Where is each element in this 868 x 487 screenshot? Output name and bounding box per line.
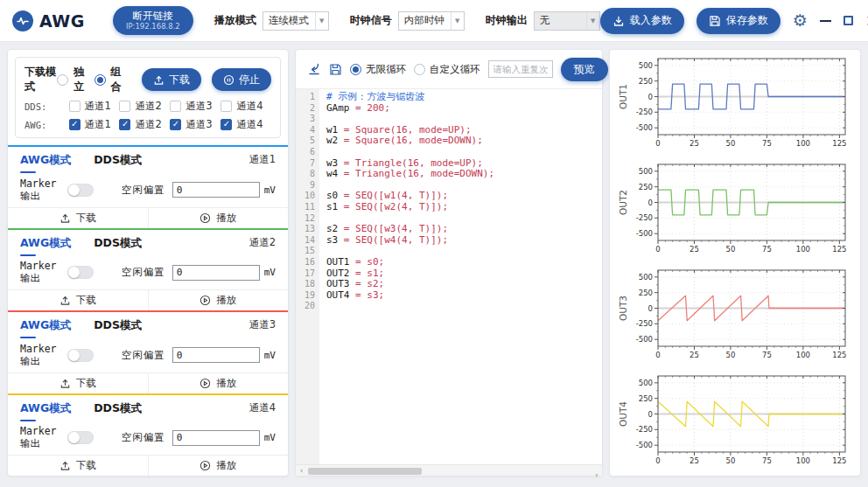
checkbox-label: 通道4 xyxy=(236,118,262,131)
svg-text:75: 75 xyxy=(762,139,772,148)
app-logo: AWG xyxy=(12,10,85,31)
svg-text:0: 0 xyxy=(655,456,660,465)
plot-out2: 0255075100125-500-2500250500OUT2 xyxy=(617,160,853,266)
svg-text:100: 100 xyxy=(796,456,810,465)
svg-text:125: 125 xyxy=(832,139,846,148)
tab-dds-mode[interactable]: DDS模式 xyxy=(94,401,142,416)
channel-play-button[interactable]: 播放 xyxy=(149,373,289,393)
marker-toggle[interactable] xyxy=(67,184,94,197)
dds-channel-1-checkbox[interactable]: 通道1 xyxy=(69,100,120,113)
awg-channel-4-checkbox[interactable]: 通道4 xyxy=(220,118,271,131)
radio-independent[interactable]: 独立 xyxy=(57,65,94,94)
tab-dds-mode[interactable]: DDS模式 xyxy=(94,153,142,168)
marker-toggle[interactable] xyxy=(67,349,94,362)
svg-text:50: 50 xyxy=(725,245,735,254)
play-mode-group: 播放模式 连续模式 ▼ xyxy=(214,11,329,31)
disconnect-button[interactable]: 断开链接 IP:192.168.8.2 xyxy=(113,6,193,36)
svg-text:75: 75 xyxy=(762,245,772,254)
scroll-right-arrow[interactable]: › xyxy=(588,465,602,485)
svg-text:25: 25 xyxy=(690,139,699,148)
checkbox-icon xyxy=(220,119,232,130)
dds-channel-3-checkbox[interactable]: 通道3 xyxy=(170,100,220,113)
tab-awg-mode[interactable]: AWG模式 xyxy=(20,236,71,256)
tab-awg-mode[interactable]: AWG模式 xyxy=(20,401,71,421)
scroll-left-arrow[interactable]: ‹ xyxy=(296,465,307,477)
channel-control-card: 下载模式 独立 组合 下载 停止 DDS: xyxy=(7,49,289,477)
play-mode-select[interactable]: 连续模式 ▼ xyxy=(262,11,329,31)
radio-combined[interactable]: 组合 xyxy=(94,65,131,94)
idle-offset-input[interactable] xyxy=(172,430,260,446)
svg-text:125: 125 xyxy=(832,351,846,359)
tab-dds-mode[interactable]: DDS模式 xyxy=(94,236,142,251)
svg-text:OUT4: OUT4 xyxy=(618,401,628,427)
svg-text:-250: -250 xyxy=(636,213,653,222)
checkbox-label: 通道2 xyxy=(135,100,161,113)
svg-text:25: 25 xyxy=(690,351,699,359)
code-editor[interactable]: 1234567891011121314151617181920 # 示例：方波与… xyxy=(296,89,602,464)
plot-out1: 0255075100125-500-2500250500OUT1 xyxy=(617,54,853,160)
tab-awg-mode[interactable]: AWG模式 xyxy=(20,318,71,338)
channel-download-button[interactable]: 下载 xyxy=(8,290,149,310)
editor-code[interactable]: # 示例：方波与锯齿波GAmp = 200; w1 = Square(16, m… xyxy=(319,89,602,464)
upload-icon xyxy=(60,378,71,389)
svg-text:500: 500 xyxy=(639,273,653,282)
radio-custom-loop[interactable]: 自定义循环 xyxy=(414,63,480,76)
awg-channel-1-checkbox[interactable]: 通道1 xyxy=(69,118,120,131)
clock-signal-select[interactable]: 内部时钟 ▼ xyxy=(398,11,465,31)
scrollbar-thumb[interactable] xyxy=(308,468,422,475)
window-maximize-button[interactable] xyxy=(844,16,853,25)
clock-signal-label: 时钟信号 xyxy=(350,13,392,28)
settings-gear-icon[interactable]: ⚙ xyxy=(793,12,808,29)
marker-output-label: Marker输出 xyxy=(20,343,57,368)
clock-signal-value: 内部时钟 xyxy=(399,14,451,27)
tab-awg-mode[interactable]: AWG模式 xyxy=(20,153,71,173)
import-script-button[interactable] xyxy=(307,62,321,76)
svg-text:0: 0 xyxy=(648,304,653,313)
marker-toggle[interactable] xyxy=(67,431,94,444)
toggle-knob xyxy=(68,432,80,443)
save-params-button[interactable]: 保存参数 xyxy=(696,8,780,34)
awg-channel-3-checkbox[interactable]: 通道3 xyxy=(170,118,220,131)
svg-text:25: 25 xyxy=(690,245,699,254)
save-script-button[interactable] xyxy=(329,63,342,76)
idle-offset-input[interactable] xyxy=(172,265,260,281)
channel-play-label: 播放 xyxy=(216,377,236,390)
stop-button[interactable]: 停止 xyxy=(212,68,271,91)
idle-offset-input[interactable] xyxy=(172,347,260,363)
svg-text:125: 125 xyxy=(832,456,846,465)
load-params-button[interactable]: 载入参数 xyxy=(600,8,684,34)
marker-toggle[interactable] xyxy=(67,266,94,279)
svg-text:500: 500 xyxy=(639,379,653,387)
svg-text:50: 50 xyxy=(725,456,735,465)
repeat-count-input[interactable] xyxy=(488,60,553,78)
idle-offset-input[interactable] xyxy=(172,182,260,198)
channel-download-label: 下载 xyxy=(76,212,96,225)
waveform-plot: 0255075100125-500-2500250500OUT2 xyxy=(617,160,851,262)
channel-panel-3: AWG模式 DDS模式 通道3 Marker输出 空闲偏置 mV 下载 播放 xyxy=(8,310,288,393)
dds-channel-4-checkbox[interactable]: 通道4 xyxy=(220,100,271,113)
waveform-preview-card: 0255075100125-500-2500250500OUT1 0255075… xyxy=(609,49,861,477)
checkbox-icon xyxy=(170,119,181,130)
channel-play-label: 播放 xyxy=(216,294,236,307)
checkbox-icon xyxy=(69,119,80,130)
channel-download-button[interactable]: 下载 xyxy=(8,208,149,228)
radio-infinite-loop[interactable]: 无限循环 xyxy=(350,63,406,76)
channel-play-button[interactable]: 播放 xyxy=(149,208,289,228)
channel-play-button[interactable]: 播放 xyxy=(149,290,289,310)
toggle-knob xyxy=(68,267,80,278)
chevron-down-icon: ▼ xyxy=(451,12,464,30)
preview-button[interactable]: 预览 xyxy=(561,58,608,81)
awg-channel-2-checkbox[interactable]: 通道2 xyxy=(119,118,170,131)
channel-download-button[interactable]: 下载 xyxy=(8,456,149,476)
window-minimize-button[interactable] xyxy=(820,20,831,22)
clock-output-select[interactable]: 无 ▼ xyxy=(534,11,600,31)
dds-channel-2-checkbox[interactable]: 通道2 xyxy=(119,100,170,113)
checkbox-label: 通道3 xyxy=(186,118,212,131)
horizontal-scrollbar[interactable]: ‹ › xyxy=(296,464,602,476)
channel-play-button[interactable]: 播放 xyxy=(149,456,289,476)
channel-download-button[interactable]: 下载 xyxy=(8,373,149,393)
global-download-button[interactable]: 下载 xyxy=(142,68,201,91)
svg-text:-500: -500 xyxy=(636,123,653,132)
download-mode-label: 下载模式 xyxy=(24,65,57,94)
tab-dds-mode[interactable]: DDS模式 xyxy=(94,318,142,333)
